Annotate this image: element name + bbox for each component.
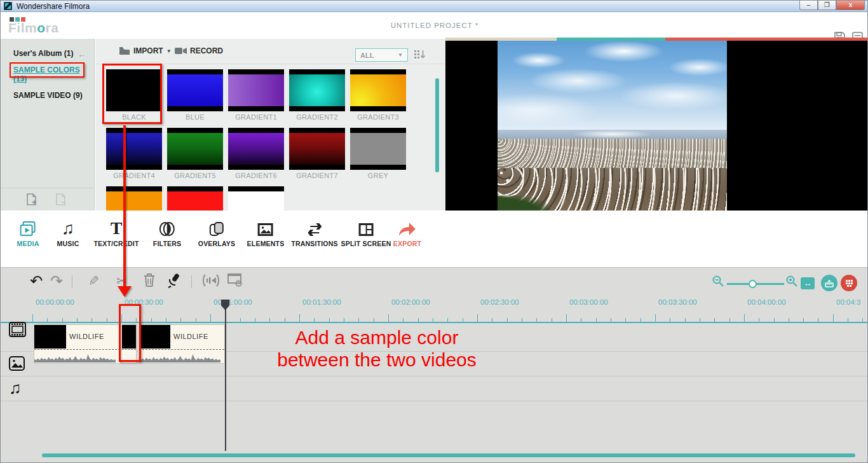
swatch-gradient1[interactable]: GRADIENT1 [228, 69, 284, 120]
redo-icon[interactable]: ↷ [50, 274, 63, 288]
maximize-button[interactable]: ❒ [818, 1, 836, 10]
tab-filters[interactable]: FILTERS [153, 219, 181, 247]
filters-icon [153, 219, 181, 237]
export-arrow-icon [393, 219, 421, 237]
zoom-in-icon[interactable] [786, 275, 797, 287]
grass-patch [498, 195, 550, 211]
split-scissors-icon[interactable]: ✂ [116, 274, 128, 288]
split-screen-icon [341, 219, 391, 237]
video-frame [498, 41, 727, 211]
title-bar: Wondershare Filmora – ❒ x [1, 1, 868, 12]
elements-icon [247, 219, 285, 237]
edit-pencil-icon[interactable]: ✎ [88, 274, 100, 288]
gear-icon: ⚙ [234, 277, 243, 291]
sidebar-item-sample-colors[interactable]: SAMPLE COLORS (13) [1, 62, 94, 87]
playhead-line [225, 300, 226, 451]
swatch-gradient5[interactable]: GRADIENT5 [167, 128, 223, 179]
tab-text-credit[interactable]: T TEXT/CREDIT [93, 219, 139, 247]
filter-dropdown-arrow-icon: ▼ [398, 52, 403, 58]
audio-waveform [34, 353, 116, 363]
tab-overlays[interactable]: OVERLAYS [198, 219, 235, 247]
music-track[interactable]: ♫ [1, 377, 868, 401]
sort-order-icon[interactable] [414, 49, 426, 60]
clip-black-color[interactable] [121, 324, 137, 364]
close-button[interactable]: x [836, 1, 865, 10]
clip-thumbnail [34, 325, 66, 349]
text-icon: T [93, 219, 139, 237]
swatch-gradient2[interactable]: GRADIENT2 [289, 69, 345, 120]
sky [498, 41, 727, 130]
sidebar-item-users-album[interactable]: User's Album (1) ← [1, 39, 94, 62]
track-manager-button[interactable] [841, 275, 857, 291]
filmora-window: Wondershare Filmora – ❒ x Filmora UNTITL… [0, 0, 868, 463]
overlays-icon [198, 219, 235, 237]
record-voiceover-mic-icon[interactable] [166, 273, 180, 288]
collapse-arrow-icon[interactable]: ← [78, 49, 86, 59]
tab-media[interactable]: MEDIA [17, 219, 39, 247]
header: Filmora UNTITLED PROJECT * [1, 12, 868, 39]
undo-icon[interactable]: ↶ [30, 274, 43, 288]
folder-icon [119, 46, 130, 55]
sea-horizon [498, 130, 727, 139]
remove-album-icon[interactable] [55, 193, 67, 206]
record-button[interactable]: RECORD [175, 46, 223, 55]
export-button[interactable]: EXPORT [393, 219, 421, 247]
clip-wildlife-2[interactable]: WILDLIFE [139, 324, 225, 364]
media-scrollbar[interactable] [435, 78, 439, 172]
swatch-gradient7[interactable]: GRADIENT7 [289, 128, 345, 179]
swatch-blue[interactable]: BLUE [167, 69, 223, 120]
swatch-gradient3[interactable]: GRADIENT3 [350, 69, 406, 120]
album-actions [1, 188, 94, 211]
clip-thumbnail [139, 325, 170, 349]
clip-thumbnail [122, 325, 136, 349]
import-dropdown-arrow-icon[interactable]: ▼ [166, 48, 172, 54]
render-settings-icon[interactable]: ⚙ [227, 273, 243, 287]
timeline-ruler-toggle-button[interactable] [821, 275, 837, 291]
music-icon: ♫ [57, 219, 79, 237]
app-icon [4, 2, 12, 10]
swatch-red[interactable] [167, 186, 223, 211]
add-album-icon[interactable] [26, 193, 37, 206]
tab-split-screen[interactable]: SPLIT SCREEN [341, 219, 391, 247]
swatch-white[interactable] [228, 186, 284, 211]
timeline-scrollbar[interactable] [42, 453, 855, 457]
swatch-black[interactable]: BLACK [106, 69, 162, 120]
audio-waveform [139, 353, 220, 363]
zoom-out-icon[interactable] [712, 275, 724, 287]
tab-elements[interactable]: ELEMENTS [247, 219, 285, 247]
swatch-gradient6[interactable]: GRADIENT6 [228, 128, 284, 179]
sample-colors-grid: BLACK BLUE GRADIENT1 GRADIENT2 GRADIENT3… [106, 69, 406, 211]
image-track-icon [9, 356, 25, 371]
project-title: UNTITLED PROJECT * [1, 22, 868, 29]
tab-transitions[interactable]: TRANSITIONS [291, 219, 337, 247]
zoom-fit-button[interactable]: ↔ [801, 277, 815, 289]
timeline-panel: ↶ ↷ ✎ ✂ ⚙ [1, 268, 868, 463]
swatch-grey[interactable]: GREY [350, 128, 406, 179]
bird-colony [498, 139, 727, 168]
timeline-toolbar: ↶ ↷ ✎ ✂ ⚙ [1, 268, 868, 296]
camera-icon [175, 47, 187, 55]
append-to-timeline-icon[interactable] [203, 273, 219, 287]
sidebar-item-sample-video[interactable]: SAMPLE VIDEO (9) [1, 87, 94, 104]
window-title: Wondershare Filmora [17, 2, 90, 11]
transitions-icon [291, 219, 337, 237]
album-sidebar: User's Album (1) ← SAMPLE COLORS (13) SA… [1, 39, 95, 211]
import-button[interactable]: IMPORT ▼ [119, 46, 172, 55]
media-icon [17, 219, 39, 237]
media-library-panel: IMPORT ▼ RECORD ALL ▼ BLACK BLUE GRADIEN… [95, 39, 445, 211]
video-track-icon [9, 322, 26, 337]
main-toolbar-row: MEDIA ♫ MUSIC T TEXT/CREDIT FILTERS OVER… [1, 211, 868, 268]
swatch-gradient4[interactable]: GRADIENT4 [106, 128, 162, 179]
timeline-zoom-handle[interactable] [749, 280, 757, 288]
clip-wildlife-1[interactable]: WILDLIFE [34, 324, 121, 364]
swatch-orange[interactable] [106, 186, 162, 211]
preview-player[interactable] [445, 41, 868, 211]
media-toolbar: IMPORT ▼ RECORD ALL ▼ [95, 39, 445, 64]
media-filter-dropdown[interactable]: ALL ▼ [355, 48, 408, 62]
tab-music[interactable]: ♫ MUSIC [57, 219, 79, 247]
delete-trash-icon[interactable] [143, 273, 156, 287]
music-track-icon: ♫ [9, 379, 22, 397]
minimize-button[interactable]: – [799, 1, 818, 10]
